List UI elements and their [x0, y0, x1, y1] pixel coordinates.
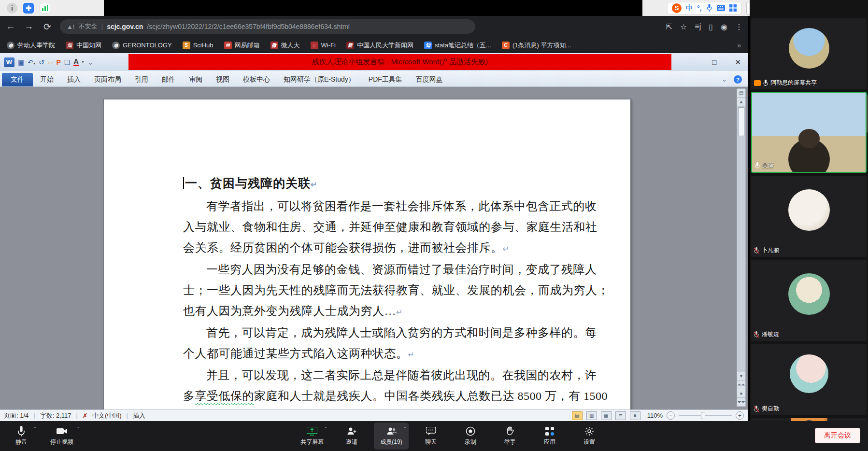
- tab-baidu-netdisk[interactable]: 百度网盘: [410, 73, 449, 86]
- chevron-up-icon[interactable]: ⌃: [403, 426, 407, 431]
- participant-tile[interactable]: 潘敏婕: [751, 260, 867, 341]
- bookmark-star-icon[interactable]: ☆: [680, 22, 687, 31]
- settings-button[interactable]: 设置: [572, 423, 607, 450]
- zoom-out-button[interactable]: −: [667, 411, 675, 420]
- bookmark-item[interactable]: 微微人大: [270, 41, 300, 50]
- tab-template-center[interactable]: 模板中心: [237, 73, 276, 86]
- mute-button[interactable]: ⌃ 静音: [4, 423, 39, 450]
- profile-icon[interactable]: ◉: [721, 22, 727, 31]
- chevron-up-icon[interactable]: ⌃: [33, 426, 37, 431]
- participant-tile[interactable]: 阿勒思的屏幕共享: [751, 18, 867, 89]
- open-icon[interactable]: ▱: [48, 58, 53, 66]
- security-label[interactable]: 不安全: [78, 22, 97, 31]
- invite-button[interactable]: 邀请: [334, 423, 369, 450]
- chevron-up-icon[interactable]: ⌃: [324, 426, 327, 431]
- ruler-toggle-icon[interactable]: ▤: [737, 89, 745, 98]
- tab-insert[interactable]: 插入: [61, 73, 87, 86]
- share-screen-button[interactable]: ⌃ 共享屏幕: [295, 423, 329, 450]
- bookmark-item[interactable]: 知中国知网: [66, 41, 101, 50]
- document-area[interactable]: 一、贫困与残障的关联↵ 有学者指出，可以将贫困看作是一套社会排斥体系，此体系中包…: [0, 87, 748, 409]
- raise-hand-button[interactable]: 举手: [493, 423, 527, 450]
- scroll-up-icon[interactable]: ▲: [737, 98, 745, 106]
- ime-keyboard-icon[interactable]: [717, 5, 725, 11]
- bookmark-item[interactable]: ◍GERONTOLOGY: [112, 42, 172, 49]
- maximize-button[interactable]: □: [712, 58, 716, 66]
- bookmark-item[interactable]: ◍劳动人事学院: [7, 41, 55, 50]
- status-word-count[interactable]: 字数: 2,117: [40, 411, 71, 420]
- qat-customize-icon[interactable]: ⌄: [87, 57, 94, 67]
- apps-button[interactable]: 应用: [532, 423, 567, 450]
- input-method-bar[interactable]: S 中 °,: [667, 2, 741, 14]
- browse-object-icon[interactable]: ●: [737, 389, 745, 398]
- font-color-icon[interactable]: A: [73, 58, 78, 66]
- undo-icon[interactable]: ↶▾: [28, 58, 35, 66]
- help-icon[interactable]: ?: [734, 75, 742, 84]
- tab-file[interactable]: 文件: [2, 73, 33, 86]
- redo-icon[interactable]: ↺: [39, 58, 44, 66]
- close-button[interactable]: ✕: [735, 58, 741, 67]
- scroll-down-icon[interactable]: ▼: [737, 372, 745, 381]
- previous-page-icon[interactable]: ⏶⏶: [737, 381, 745, 389]
- bookmark-item[interactable]: 新中国人民大学新闻网: [346, 41, 413, 50]
- info-icon[interactable]: i: [7, 3, 17, 14]
- stats-icon[interactable]: [40, 3, 50, 14]
- ime-punct-icon[interactable]: °,: [697, 4, 702, 12]
- status-insert-mode[interactable]: 插入: [133, 411, 145, 420]
- paste-icon[interactable]: ❏: [64, 58, 71, 66]
- tab-cnki-estudy[interactable]: 知网研学（原E-Study）: [277, 73, 361, 86]
- bookmark-item[interactable]: SSciHub: [183, 42, 213, 49]
- print-layout-view-icon[interactable]: ▤: [572, 411, 583, 420]
- fullscreen-reading-view-icon[interactable]: ▥: [586, 411, 597, 420]
- scrollbar-thumb[interactable]: [738, 107, 744, 136]
- outline-view-icon[interactable]: ≣: [615, 411, 626, 420]
- chat-button[interactable]: 聊天: [413, 423, 448, 450]
- collapse-ribbon-icon[interactable]: ⌄: [722, 76, 727, 83]
- bookmark-item[interactable]: ✉网易邮箱: [224, 41, 260, 50]
- draft-view-icon[interactable]: ≡: [630, 411, 640, 420]
- zoom-in-button[interactable]: +: [736, 411, 744, 420]
- document-page[interactable]: 一、贫困与残障的关联↵ 有学者指出，可以将贫困看作是一套社会排斥体系，此体系中包…: [103, 99, 631, 409]
- forward-button[interactable]: →: [23, 21, 35, 32]
- vertical-scrollbar[interactable]: ▤ ▲ ▼ ⏶⏶ ● ⏷⏷: [737, 88, 746, 407]
- ime-mic-icon[interactable]: [706, 4, 712, 12]
- bookmarks-overflow-icon[interactable]: »: [737, 42, 741, 49]
- leave-meeting-button[interactable]: 离开会议: [815, 428, 860, 443]
- tab-view[interactable]: 视图: [210, 73, 236, 86]
- ime-mode[interactable]: 中: [686, 4, 693, 13]
- save-icon[interactable]: ▣: [18, 58, 24, 66]
- spellcheck-status-icon[interactable]: ✗: [83, 412, 87, 419]
- bookmark-item[interactable]: ◌Wi-Fi: [311, 42, 336, 49]
- participant-tile[interactable]: 卜凡鹏: [751, 176, 867, 257]
- tab-page-layout[interactable]: 页面布局: [88, 73, 128, 86]
- ime-toolbox-icon[interactable]: [729, 4, 737, 12]
- web-layout-view-icon[interactable]: ▦: [601, 411, 612, 420]
- record-button[interactable]: 录制: [453, 423, 488, 450]
- back-button[interactable]: ←: [5, 21, 16, 32]
- powerpoint-icon[interactable]: P: [57, 58, 61, 66]
- chevron-up-icon[interactable]: ⌃: [76, 426, 80, 431]
- zoom-slider-thumb[interactable]: [701, 412, 705, 419]
- shield-icon[interactable]: ✚: [23, 3, 34, 14]
- bookmark-item[interactable]: C(1条消息) 平方项知...: [502, 41, 571, 50]
- zoom-level[interactable]: 110%: [647, 412, 663, 419]
- tab-review[interactable]: 审阅: [183, 73, 209, 86]
- share-icon[interactable]: ⇱: [666, 22, 672, 31]
- bookmark-item[interactable]: 知stata笔记总结（五...: [424, 41, 491, 50]
- minimize-button[interactable]: —: [686, 58, 694, 66]
- menu-dots-icon[interactable]: ⋮: [735, 22, 743, 31]
- reload-button[interactable]: ⟳: [42, 21, 53, 32]
- zoom-slider[interactable]: [679, 415, 732, 416]
- tab-pdf-tools[interactable]: PDF工具集: [362, 73, 409, 86]
- font-color-dropdown-icon[interactable]: ▾: [82, 60, 84, 64]
- reading-list-icon[interactable]: ≡j: [695, 22, 701, 31]
- stop-video-button[interactable]: ⌃ 停止视频: [42, 423, 82, 450]
- side-panel-icon[interactable]: ▯: [709, 22, 713, 31]
- address-bar[interactable]: ▲! 不安全 | scjc.gov.cn/scjc/zhyw01/2022/12…: [60, 19, 475, 34]
- tab-mailings[interactable]: 邮件: [156, 73, 182, 86]
- tab-home[interactable]: 开始: [34, 73, 60, 86]
- tab-references[interactable]: 引用: [128, 73, 155, 86]
- next-page-icon[interactable]: ⏷⏷: [737, 398, 745, 407]
- status-language[interactable]: 中文(中国): [92, 411, 122, 420]
- participant-tile[interactable]: 樊自勤: [751, 344, 867, 415]
- status-page[interactable]: 页面: 1/4: [4, 411, 28, 420]
